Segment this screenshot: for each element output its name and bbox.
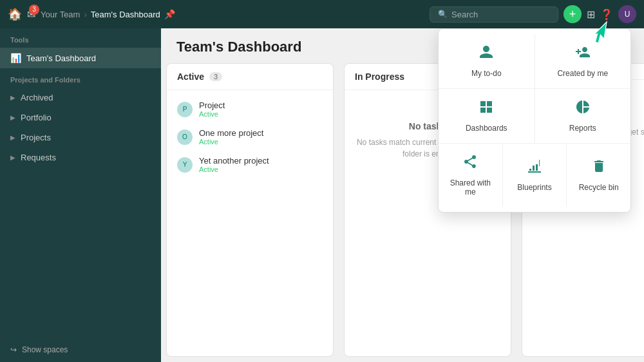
project-status: Active	[199, 110, 225, 118]
list-item[interactable]: O One more project Active	[167, 123, 333, 151]
widget-in-progress-title: In Progress	[355, 71, 404, 82]
dropdown-item-created-by-me[interactable]: Created by me	[535, 34, 631, 88]
dropdown-item-reports[interactable]: Reports	[535, 89, 631, 143]
breadcrumb-current[interactable]: Team's Dashboard	[91, 10, 160, 19]
project-name: One more project	[199, 128, 263, 138]
mail-badge-wrapper[interactable]: ✉ 3	[27, 8, 35, 21]
chevron-projects: ▶	[10, 134, 15, 141]
search-placeholder: Search	[451, 10, 478, 19]
reports-icon	[575, 99, 591, 119]
project-name: Yet another project	[199, 156, 269, 166]
help-icon[interactable]: ❓	[600, 8, 613, 21]
dashboards-label: Dashboards	[466, 124, 507, 133]
archived-label: Archived	[21, 93, 53, 102]
chevron-archived: ▶	[10, 94, 15, 101]
widget-active-body: P Project Active O One more project Acti…	[167, 90, 333, 356]
project-icon: O	[177, 129, 193, 145]
project-status: Active	[199, 138, 263, 146]
search-icon: 🔍	[438, 10, 448, 19]
recycle-bin-label: Recycle bin	[579, 183, 619, 192]
widget-active: Active 3 P Project Active O One mo	[166, 63, 334, 357]
pin-icon[interactable]: 📌	[164, 9, 175, 19]
list-item[interactable]: P Project Active	[167, 95, 333, 123]
created-by-me-label: Created by me	[557, 69, 608, 78]
show-spaces-label: Show spaces	[22, 345, 68, 354]
breadcrumb-team[interactable]: Your Team	[41, 10, 80, 19]
dropdown-row-2: Dashboards Reports	[439, 89, 630, 144]
breadcrumb-separator: ›	[84, 10, 86, 19]
reports-label: Reports	[569, 124, 596, 133]
projects-folders-label: Projects and Folders	[0, 68, 161, 88]
grid-icon[interactable]: ⊞	[587, 8, 595, 21]
sidebar: Tools 📊 Team's Dashboard Projects and Fo…	[0, 28, 161, 362]
sidebar-bottom: ↪ Show spaces	[0, 338, 161, 362]
avatar-initials: U	[625, 10, 630, 19]
blueprints-icon	[527, 158, 542, 178]
widget-active-title: Active	[177, 71, 204, 82]
dashboard-icon: 📊	[10, 53, 21, 63]
my-todo-icon	[478, 44, 494, 64]
dropdown-menu: My to-do Created by me Dashboards Report…	[438, 28, 631, 213]
dashboards-icon	[478, 99, 494, 119]
requests-label: Requests	[21, 153, 56, 162]
dropdown-item-dashboards[interactable]: Dashboards	[439, 89, 535, 143]
project-info: Yet another project Active	[199, 156, 269, 173]
top-nav: 🏠 ✉ 3 Your Team › Team's Dashboard 📌 🔍 S…	[0, 0, 644, 28]
shared-with-me-label: Shared with me	[444, 178, 497, 196]
sidebar-item-dashboard[interactable]: 📊 Team's Dashboard	[0, 48, 161, 68]
dropdown-item-recycle-bin[interactable]: Recycle bin	[567, 144, 630, 207]
dropdown-item-shared-with-me[interactable]: Shared with me	[439, 144, 502, 207]
project-info: One more project Active	[199, 128, 263, 146]
sidebar-item-requests[interactable]: ▶ Requests	[0, 148, 161, 167]
project-icon: Y	[177, 157, 193, 173]
created-by-me-icon	[575, 44, 591, 64]
tools-label: Tools	[0, 28, 161, 48]
sidebar-item-portfolio[interactable]: ▶ Portfolio	[0, 108, 161, 128]
project-name: Project	[199, 100, 225, 110]
dropdown-item-blueprints[interactable]: Blueprints	[503, 144, 567, 207]
dropdown-item-my-todo[interactable]: My to-do	[439, 34, 535, 88]
mail-badge: 3	[29, 5, 39, 15]
sidebar-dashboard-label: Team's Dashboard	[26, 53, 96, 63]
search-bar[interactable]: 🔍 Search	[430, 6, 558, 23]
recycle-bin-icon	[591, 158, 607, 178]
projects-label: Projects	[21, 133, 51, 142]
sidebar-item-projects[interactable]: ▶ Projects	[0, 128, 161, 148]
list-item[interactable]: Y Yet another project Active	[167, 151, 333, 178]
my-todo-label: My to-do	[471, 69, 502, 78]
show-spaces-icon: ↪	[10, 345, 17, 354]
widget-active-header: Active 3	[167, 64, 333, 90]
project-icon: P	[177, 102, 193, 117]
home-icon[interactable]: 🏠	[8, 7, 22, 21]
avatar[interactable]: U	[618, 5, 636, 23]
blueprints-label: Blueprints	[517, 183, 551, 192]
nav-actions: + ⊞ ❓ U	[564, 5, 636, 23]
chevron-requests: ▶	[10, 154, 15, 161]
shared-with-me-icon	[462, 154, 478, 173]
chevron-portfolio: ▶	[10, 114, 15, 121]
sidebar-item-archived[interactable]: ▶ Archived	[0, 88, 161, 108]
dropdown-row-3: Shared with me Blueprints Recycle bin	[439, 144, 630, 207]
show-spaces-button[interactable]: ↪ Show spaces	[10, 345, 151, 354]
project-info: Project Active	[199, 100, 225, 118]
project-status: Active	[199, 166, 269, 173]
breadcrumb: Your Team › Team's Dashboard 📌	[41, 9, 175, 19]
dropdown-row-1: My to-do Created by me	[439, 34, 630, 89]
add-button[interactable]: +	[564, 5, 582, 23]
widget-active-count: 3	[209, 72, 222, 81]
portfolio-label: Portfolio	[21, 113, 52, 122]
